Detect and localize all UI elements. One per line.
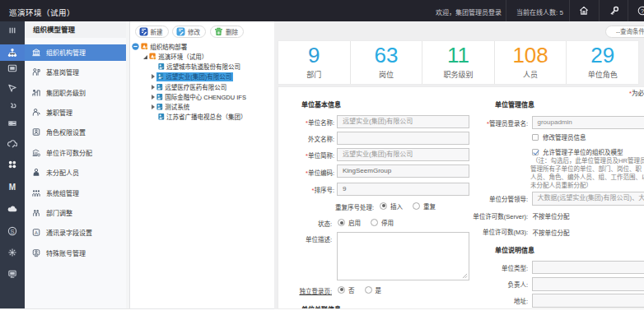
svg-text:S: S xyxy=(11,228,15,235)
svg-text:A: A xyxy=(35,230,38,235)
svg-text:?: ? xyxy=(641,7,644,15)
